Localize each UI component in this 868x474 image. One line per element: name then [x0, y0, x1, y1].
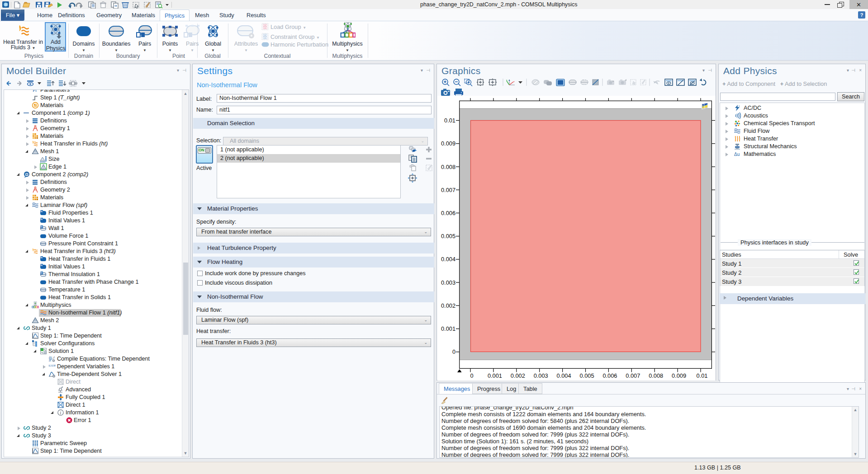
- svg-text:0.008: 0.008: [649, 372, 663, 379]
- svg-text:0.003: 0.003: [534, 372, 548, 379]
- svg-text:0.007: 0.007: [626, 372, 640, 379]
- svg-text:0.005: 0.005: [441, 233, 455, 239]
- svg-text:0.009: 0.009: [672, 372, 686, 379]
- svg-text:0.002: 0.002: [441, 302, 455, 309]
- svg-text:0.003: 0.003: [441, 279, 455, 286]
- svg-text:0.006: 0.006: [602, 372, 617, 379]
- svg-text:0.01: 0.01: [444, 117, 455, 124]
- svg-text:0.008: 0.008: [441, 164, 455, 170]
- svg-text:0.004: 0.004: [557, 372, 571, 379]
- svg-text:0.004: 0.004: [441, 256, 455, 263]
- svg-text:0.006: 0.006: [441, 210, 455, 216]
- svg-text:0.001: 0.001: [488, 372, 502, 379]
- svg-text:0.007: 0.007: [441, 187, 455, 193]
- svg-text:0.001: 0.001: [441, 325, 455, 332]
- svg-text:0: 0: [470, 372, 473, 379]
- svg-text:0.01: 0.01: [697, 372, 708, 379]
- svg-text:0.005: 0.005: [579, 372, 594, 379]
- svg-text:0.002: 0.002: [511, 372, 525, 379]
- svg-text:0: 0: [452, 348, 455, 355]
- svg-text:0.009: 0.009: [441, 140, 455, 147]
